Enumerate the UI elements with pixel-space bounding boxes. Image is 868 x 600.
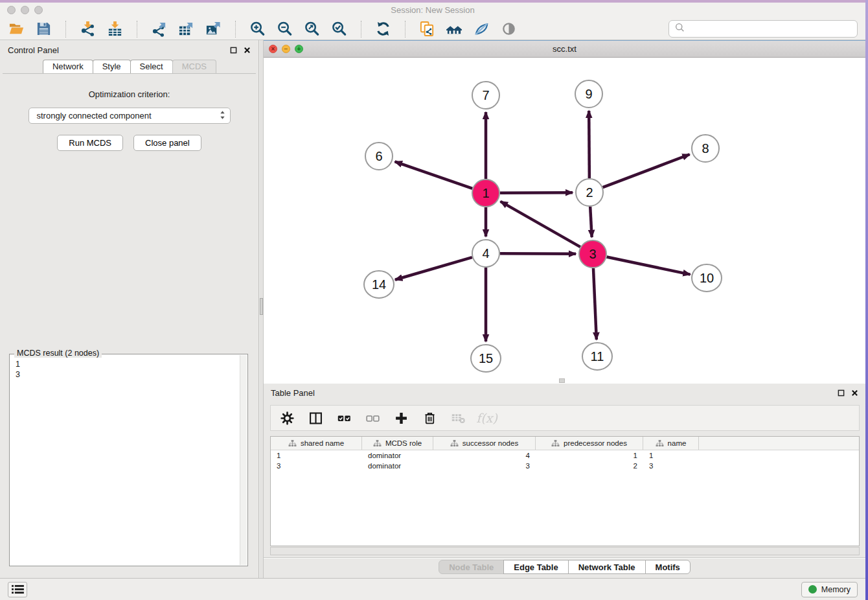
column-label: name xyxy=(668,439,687,447)
mcds-panel: Optimization criterion: strongly connect… xyxy=(3,73,256,575)
network-maximize-button[interactable]: + xyxy=(295,45,303,53)
table-cell: 1 xyxy=(271,452,362,459)
result-scrollbar[interactable] xyxy=(240,355,247,565)
table-tab-motifs[interactable]: Motifs xyxy=(645,560,691,574)
column-header-mcds-role[interactable]: MCDS role xyxy=(362,437,433,450)
table-settings-icon[interactable] xyxy=(279,410,296,427)
edge-3-10[interactable] xyxy=(607,257,691,275)
export-network-icon[interactable] xyxy=(150,20,168,38)
import-table-icon[interactable] xyxy=(106,20,124,38)
export-image-icon[interactable] xyxy=(205,20,222,38)
select-all-rows-icon[interactable] xyxy=(336,410,353,427)
search-input[interactable] xyxy=(689,23,851,34)
search-icon xyxy=(675,23,685,35)
control-tab-mcds[interactable]: MCDS xyxy=(172,60,216,73)
show-columns-icon[interactable] xyxy=(307,410,325,427)
delete-column-icon[interactable] xyxy=(421,410,439,427)
node-label-8: 8 xyxy=(702,141,709,156)
float-panel-icon[interactable] xyxy=(230,47,237,54)
column-header-shared-name[interactable]: shared name xyxy=(271,437,362,450)
zoom-fit-icon[interactable] xyxy=(303,20,321,38)
refresh-icon[interactable] xyxy=(374,20,392,38)
toolbar-separator xyxy=(361,21,361,38)
open-session-icon[interactable] xyxy=(8,20,25,38)
table-body: 1dominator4113dominator323 xyxy=(271,450,859,471)
toolbar-separator xyxy=(65,21,66,38)
control-tab-style[interactable]: Style xyxy=(93,60,131,73)
column-header-predecessor-nodes[interactable]: predecessor nodes xyxy=(536,437,643,450)
node-label-14: 14 xyxy=(372,277,386,292)
column-label: shared name xyxy=(301,439,344,447)
edge-4-3[interactable] xyxy=(500,253,576,254)
import-network-icon[interactable] xyxy=(79,20,97,38)
zoom-in-icon[interactable] xyxy=(249,20,266,38)
node-label-1: 1 xyxy=(482,186,489,200)
save-session-icon[interactable] xyxy=(35,20,52,38)
application-window: Session: New Session Control Panel Netwo… xyxy=(0,0,868,600)
close-table-panel-icon[interactable] xyxy=(851,389,858,397)
edge-4-14[interactable] xyxy=(395,257,472,280)
node-label-2: 2 xyxy=(586,185,593,200)
control-tab-select[interactable]: Select xyxy=(130,60,173,73)
network-minimize-button[interactable]: − xyxy=(282,45,290,53)
show-hidden-icon[interactable] xyxy=(500,20,518,38)
table-panel: Table Panel f(x) shared nameMCDS rolesuc… xyxy=(264,384,865,578)
table-toolbar: f(x) xyxy=(270,405,860,431)
hide-selected-icon[interactable] xyxy=(473,20,490,38)
table-cell: dominator xyxy=(362,452,433,459)
table-scrollbar[interactable] xyxy=(270,547,860,555)
list-icon xyxy=(12,584,24,594)
first-neighbors-icon[interactable] xyxy=(446,20,463,38)
table-row[interactable]: 3dominator323 xyxy=(271,461,859,471)
table-tab-network-table[interactable]: Network Table xyxy=(568,560,646,574)
column-header-successor-nodes[interactable]: successor nodes xyxy=(433,437,536,450)
edge-1-6[interactable] xyxy=(395,161,473,188)
delete-table-icon xyxy=(450,410,467,427)
edge-3-1[interactable] xyxy=(501,202,580,247)
edge-1-2[interactable] xyxy=(500,192,573,193)
memory-button[interactable]: Memory xyxy=(801,582,858,597)
canvas-scroll-nub[interactable] xyxy=(559,378,565,383)
mcds-result-list: 13 xyxy=(16,359,238,564)
network-close-button[interactable]: × xyxy=(269,45,277,53)
zoom-selected-icon[interactable] xyxy=(330,20,348,38)
column-header-name[interactable]: name xyxy=(643,437,699,450)
criterion-value: strongly connected component xyxy=(37,111,152,121)
control-panel: Control Panel NetworkStyleSelectMCDS Opt… xyxy=(0,40,259,578)
clone-network-icon[interactable] xyxy=(418,20,436,38)
mcds-result-box: MCDS result (2 nodes) 13 xyxy=(9,354,248,566)
table-tab-edge-table[interactable]: Edge Table xyxy=(503,560,568,574)
table-panel-title: Table Panel xyxy=(271,388,838,398)
node-table: shared nameMCDS rolesuccessor nodesprede… xyxy=(270,436,860,546)
table-tab-node-table[interactable]: Node Table xyxy=(439,560,504,574)
task-history-button[interactable] xyxy=(8,582,27,597)
dropdown-stepper-icon xyxy=(220,110,225,122)
memory-status-icon xyxy=(808,585,817,594)
edge-2-9[interactable] xyxy=(589,111,589,178)
control-tab-network[interactable]: Network xyxy=(43,60,93,73)
network-canvas[interactable]: 7968124314101511 xyxy=(264,58,865,384)
deselect-all-rows-icon[interactable] xyxy=(364,410,382,427)
desktop-edge-top xyxy=(0,0,868,3)
table-cell: 1 xyxy=(536,452,643,459)
splitter-handle[interactable] xyxy=(260,298,263,315)
control-panel-tabs: NetworkStyleSelectMCDS xyxy=(0,60,258,73)
edge-2-3[interactable] xyxy=(590,207,591,237)
network-view-window: × − + scc.txt 7968124314101511 xyxy=(264,40,865,384)
criterion-dropdown[interactable]: strongly connected component xyxy=(29,108,231,124)
search-box[interactable] xyxy=(668,20,858,38)
network-graph[interactable]: 7968124314101511 xyxy=(264,58,864,383)
node-label-11: 11 xyxy=(591,349,604,363)
run-mcds-button[interactable]: Run MCDS xyxy=(57,135,123,151)
table-tabs-divider xyxy=(264,557,865,559)
edge-2-8[interactable] xyxy=(603,154,690,187)
export-table-icon[interactable] xyxy=(177,20,195,38)
close-panel-button[interactable]: Close panel xyxy=(133,135,201,151)
float-table-panel-icon[interactable] xyxy=(838,389,845,397)
table-header-row: shared nameMCDS rolesuccessor nodesprede… xyxy=(271,437,859,450)
close-panel-icon[interactable] xyxy=(244,47,251,54)
add-column-icon[interactable] xyxy=(393,410,410,427)
table-row[interactable]: 1dominator411 xyxy=(271,450,859,461)
zoom-out-icon[interactable] xyxy=(276,20,293,38)
edge-3-11[interactable] xyxy=(593,268,597,340)
